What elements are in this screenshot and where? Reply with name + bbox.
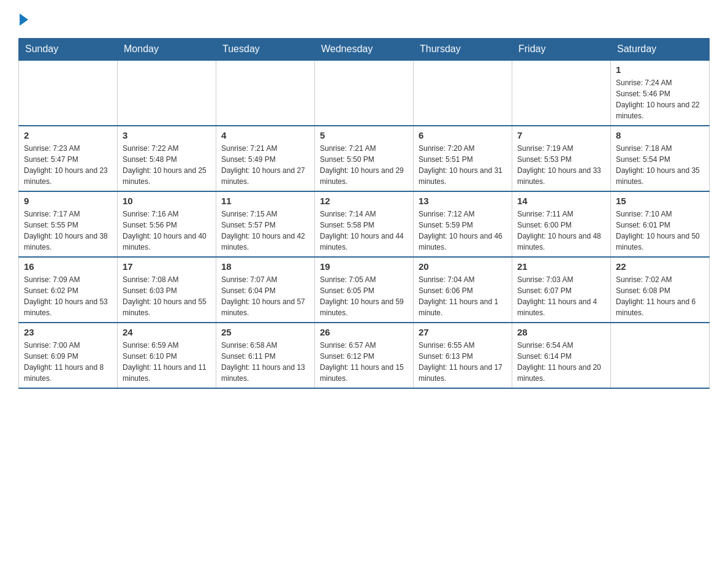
day-number: 25 bbox=[221, 327, 309, 337]
day-info: Sunrise: 7:04 AM Sunset: 6:06 PM Dayligh… bbox=[419, 274, 507, 318]
calendar-cell bbox=[216, 60, 315, 126]
day-info: Sunrise: 6:58 AM Sunset: 6:11 PM Dayligh… bbox=[221, 340, 309, 384]
day-number: 5 bbox=[320, 130, 408, 140]
day-info: Sunrise: 6:54 AM Sunset: 6:14 PM Dayligh… bbox=[517, 340, 605, 384]
day-info: Sunrise: 7:05 AM Sunset: 6:05 PM Dayligh… bbox=[320, 274, 408, 318]
day-number: 20 bbox=[419, 261, 507, 272]
day-info: Sunrise: 7:22 AM Sunset: 5:48 PM Dayligh… bbox=[123, 143, 211, 187]
logo bbox=[18, 12, 28, 26]
calendar-cell: 5Sunrise: 7:21 AM Sunset: 5:50 PM Daylig… bbox=[315, 126, 414, 191]
day-info: Sunrise: 7:17 AM Sunset: 5:55 PM Dayligh… bbox=[24, 209, 112, 253]
calendar-cell bbox=[315, 60, 414, 126]
column-header-friday: Friday bbox=[512, 39, 611, 61]
day-info: Sunrise: 7:19 AM Sunset: 5:53 PM Dayligh… bbox=[517, 143, 605, 187]
day-number: 7 bbox=[517, 130, 605, 140]
day-number: 23 bbox=[24, 327, 112, 337]
calendar-cell: 14Sunrise: 7:11 AM Sunset: 6:00 PM Dayli… bbox=[512, 191, 611, 257]
calendar-cell: 23Sunrise: 7:00 AM Sunset: 6:09 PM Dayli… bbox=[19, 323, 118, 388]
calendar-cell: 21Sunrise: 7:03 AM Sunset: 6:07 PM Dayli… bbox=[512, 257, 611, 323]
calendar-week-row: 9Sunrise: 7:17 AM Sunset: 5:55 PM Daylig… bbox=[19, 191, 710, 257]
day-info: Sunrise: 7:21 AM Sunset: 5:50 PM Dayligh… bbox=[320, 143, 408, 187]
calendar-cell: 11Sunrise: 7:15 AM Sunset: 5:57 PM Dayli… bbox=[216, 191, 315, 257]
calendar-cell: 18Sunrise: 7:07 AM Sunset: 6:04 PM Dayli… bbox=[216, 257, 315, 323]
calendar-cell: 28Sunrise: 6:54 AM Sunset: 6:14 PM Dayli… bbox=[512, 323, 611, 388]
day-number: 2 bbox=[24, 130, 112, 140]
day-info: Sunrise: 7:12 AM Sunset: 5:59 PM Dayligh… bbox=[419, 209, 507, 253]
calendar-week-row: 1Sunrise: 7:24 AM Sunset: 5:46 PM Daylig… bbox=[19, 60, 710, 126]
day-info: Sunrise: 7:15 AM Sunset: 5:57 PM Dayligh… bbox=[221, 209, 309, 253]
logo-arrow-icon bbox=[20, 13, 28, 26]
calendar-cell: 13Sunrise: 7:12 AM Sunset: 5:59 PM Dayli… bbox=[414, 191, 512, 257]
calendar-cell bbox=[118, 60, 216, 126]
calendar-cell bbox=[414, 60, 512, 126]
day-info: Sunrise: 7:18 AM Sunset: 5:54 PM Dayligh… bbox=[616, 143, 704, 187]
calendar-cell: 22Sunrise: 7:02 AM Sunset: 6:08 PM Dayli… bbox=[611, 257, 710, 323]
calendar-cell: 16Sunrise: 7:09 AM Sunset: 6:02 PM Dayli… bbox=[19, 257, 118, 323]
calendar-table: SundayMondayTuesdayWednesdayThursdayFrid… bbox=[18, 38, 710, 389]
day-info: Sunrise: 6:55 AM Sunset: 6:13 PM Dayligh… bbox=[419, 340, 507, 384]
column-header-saturday: Saturday bbox=[611, 39, 710, 61]
calendar-cell: 15Sunrise: 7:10 AM Sunset: 6:01 PM Dayli… bbox=[611, 191, 710, 257]
day-info: Sunrise: 7:23 AM Sunset: 5:47 PM Dayligh… bbox=[24, 143, 112, 187]
calendar-cell: 25Sunrise: 6:58 AM Sunset: 6:11 PM Dayli… bbox=[216, 323, 315, 388]
day-info: Sunrise: 7:11 AM Sunset: 6:00 PM Dayligh… bbox=[517, 209, 605, 253]
day-info: Sunrise: 7:08 AM Sunset: 6:03 PM Dayligh… bbox=[123, 274, 211, 318]
day-number: 15 bbox=[616, 196, 704, 206]
calendar-cell: 8Sunrise: 7:18 AM Sunset: 5:54 PM Daylig… bbox=[611, 126, 710, 191]
calendar-week-row: 16Sunrise: 7:09 AM Sunset: 6:02 PM Dayli… bbox=[19, 257, 710, 323]
day-info: Sunrise: 6:57 AM Sunset: 6:12 PM Dayligh… bbox=[320, 340, 408, 384]
day-info: Sunrise: 7:21 AM Sunset: 5:49 PM Dayligh… bbox=[221, 143, 309, 187]
page-header bbox=[18, 12, 710, 26]
day-number: 1 bbox=[616, 64, 704, 75]
calendar-cell: 4Sunrise: 7:21 AM Sunset: 5:49 PM Daylig… bbox=[216, 126, 315, 191]
calendar-cell: 26Sunrise: 6:57 AM Sunset: 6:12 PM Dayli… bbox=[315, 323, 414, 388]
column-header-thursday: Thursday bbox=[414, 39, 512, 61]
day-info: Sunrise: 7:20 AM Sunset: 5:51 PM Dayligh… bbox=[419, 143, 507, 187]
day-number: 9 bbox=[24, 196, 112, 206]
day-number: 28 bbox=[517, 327, 605, 337]
calendar-week-row: 23Sunrise: 7:00 AM Sunset: 6:09 PM Dayli… bbox=[19, 323, 710, 388]
calendar-cell: 3Sunrise: 7:22 AM Sunset: 5:48 PM Daylig… bbox=[118, 126, 216, 191]
calendar-cell: 1Sunrise: 7:24 AM Sunset: 5:46 PM Daylig… bbox=[611, 60, 710, 126]
calendar-cell: 9Sunrise: 7:17 AM Sunset: 5:55 PM Daylig… bbox=[19, 191, 118, 257]
day-info: Sunrise: 7:24 AM Sunset: 5:46 PM Dayligh… bbox=[616, 77, 704, 121]
day-number: 17 bbox=[123, 261, 211, 272]
day-number: 19 bbox=[320, 261, 408, 272]
calendar-cell bbox=[611, 323, 710, 388]
calendar-header-row: SundayMondayTuesdayWednesdayThursdayFrid… bbox=[19, 39, 710, 61]
day-number: 8 bbox=[616, 130, 704, 140]
column-header-monday: Monday bbox=[118, 39, 216, 61]
column-header-wednesday: Wednesday bbox=[315, 39, 414, 61]
calendar-cell: 2Sunrise: 7:23 AM Sunset: 5:47 PM Daylig… bbox=[19, 126, 118, 191]
calendar-cell bbox=[512, 60, 611, 126]
day-info: Sunrise: 6:59 AM Sunset: 6:10 PM Dayligh… bbox=[123, 340, 211, 384]
day-number: 24 bbox=[123, 327, 211, 337]
day-number: 3 bbox=[123, 130, 211, 140]
calendar-cell: 27Sunrise: 6:55 AM Sunset: 6:13 PM Dayli… bbox=[414, 323, 512, 388]
column-header-tuesday: Tuesday bbox=[216, 39, 315, 61]
day-number: 6 bbox=[419, 130, 507, 140]
calendar-cell: 12Sunrise: 7:14 AM Sunset: 5:58 PM Dayli… bbox=[315, 191, 414, 257]
day-info: Sunrise: 7:14 AM Sunset: 5:58 PM Dayligh… bbox=[320, 209, 408, 253]
day-info: Sunrise: 7:16 AM Sunset: 5:56 PM Dayligh… bbox=[123, 209, 211, 253]
day-number: 27 bbox=[419, 327, 507, 337]
day-number: 12 bbox=[320, 196, 408, 206]
day-info: Sunrise: 7:02 AM Sunset: 6:08 PM Dayligh… bbox=[616, 274, 704, 318]
calendar-cell: 19Sunrise: 7:05 AM Sunset: 6:05 PM Dayli… bbox=[315, 257, 414, 323]
day-info: Sunrise: 7:00 AM Sunset: 6:09 PM Dayligh… bbox=[24, 340, 112, 384]
day-number: 16 bbox=[24, 261, 112, 272]
calendar-cell: 10Sunrise: 7:16 AM Sunset: 5:56 PM Dayli… bbox=[118, 191, 216, 257]
day-number: 11 bbox=[221, 196, 309, 206]
day-number: 14 bbox=[517, 196, 605, 206]
day-info: Sunrise: 7:07 AM Sunset: 6:04 PM Dayligh… bbox=[221, 274, 309, 318]
calendar-week-row: 2Sunrise: 7:23 AM Sunset: 5:47 PM Daylig… bbox=[19, 126, 710, 191]
day-number: 4 bbox=[221, 130, 309, 140]
day-info: Sunrise: 7:10 AM Sunset: 6:01 PM Dayligh… bbox=[616, 209, 704, 253]
day-number: 18 bbox=[221, 261, 309, 272]
day-info: Sunrise: 7:03 AM Sunset: 6:07 PM Dayligh… bbox=[517, 274, 605, 318]
calendar-cell: 6Sunrise: 7:20 AM Sunset: 5:51 PM Daylig… bbox=[414, 126, 512, 191]
calendar-cell: 17Sunrise: 7:08 AM Sunset: 6:03 PM Dayli… bbox=[118, 257, 216, 323]
calendar-cell: 20Sunrise: 7:04 AM Sunset: 6:06 PM Dayli… bbox=[414, 257, 512, 323]
day-info: Sunrise: 7:09 AM Sunset: 6:02 PM Dayligh… bbox=[24, 274, 112, 318]
column-header-sunday: Sunday bbox=[19, 39, 118, 61]
